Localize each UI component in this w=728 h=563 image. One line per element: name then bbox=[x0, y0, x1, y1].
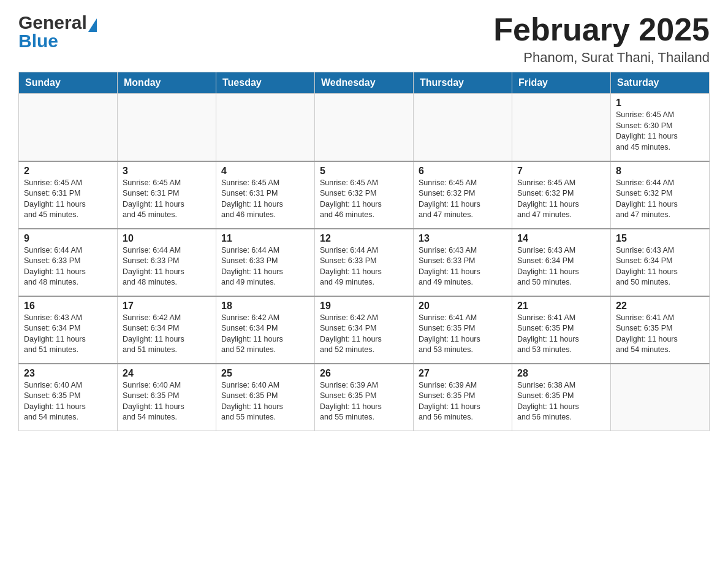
day-info: Sunrise: 6:38 AM Sunset: 6:35 PM Dayligh… bbox=[517, 380, 605, 423]
day-info: Sunrise: 6:45 AM Sunset: 6:32 PM Dayligh… bbox=[517, 178, 605, 221]
day-info: Sunrise: 6:44 AM Sunset: 6:33 PM Dayligh… bbox=[24, 245, 112, 288]
calendar-header-row: Sunday Monday Tuesday Wednesday Thursday… bbox=[19, 72, 710, 94]
calendar-cell: 8Sunrise: 6:44 AM Sunset: 6:32 PM Daylig… bbox=[611, 161, 710, 229]
calendar-cell: 24Sunrise: 6:40 AM Sunset: 6:35 PM Dayli… bbox=[118, 364, 216, 431]
day-number: 24 bbox=[123, 368, 211, 379]
calendar-cell: 27Sunrise: 6:39 AM Sunset: 6:35 PM Dayli… bbox=[414, 364, 512, 431]
day-info: Sunrise: 6:45 AM Sunset: 6:31 PM Dayligh… bbox=[123, 178, 211, 221]
logo-triangle-icon bbox=[88, 18, 97, 32]
day-info: Sunrise: 6:44 AM Sunset: 6:33 PM Dayligh… bbox=[320, 245, 408, 288]
calendar-cell: 4Sunrise: 6:45 AM Sunset: 6:31 PM Daylig… bbox=[216, 161, 315, 229]
calendar-cell: 19Sunrise: 6:42 AM Sunset: 6:34 PM Dayli… bbox=[315, 296, 414, 364]
day-number: 11 bbox=[221, 233, 309, 244]
day-number: 7 bbox=[517, 166, 605, 177]
calendar-cell: 6Sunrise: 6:45 AM Sunset: 6:32 PM Daylig… bbox=[414, 161, 512, 229]
day-number: 4 bbox=[221, 166, 309, 177]
col-friday: Friday bbox=[512, 72, 611, 94]
day-number: 22 bbox=[616, 301, 704, 312]
logo-general-text: General bbox=[18, 12, 87, 33]
day-info: Sunrise: 6:40 AM Sunset: 6:35 PM Dayligh… bbox=[123, 380, 211, 423]
logo: General Blue bbox=[18, 12, 97, 52]
day-info: Sunrise: 6:39 AM Sunset: 6:35 PM Dayligh… bbox=[320, 380, 408, 423]
day-info: Sunrise: 6:43 AM Sunset: 6:34 PM Dayligh… bbox=[616, 245, 704, 288]
col-tuesday: Tuesday bbox=[216, 72, 315, 94]
day-number: 5 bbox=[320, 166, 408, 177]
calendar-cell bbox=[118, 94, 216, 161]
calendar-cell: 17Sunrise: 6:42 AM Sunset: 6:34 PM Dayli… bbox=[118, 296, 216, 364]
title-block: February 2025 Phanom, Surat Thani, Thail… bbox=[493, 12, 710, 66]
day-info: Sunrise: 6:40 AM Sunset: 6:35 PM Dayligh… bbox=[24, 380, 112, 423]
calendar-cell: 28Sunrise: 6:38 AM Sunset: 6:35 PM Dayli… bbox=[512, 364, 611, 431]
col-wednesday: Wednesday bbox=[315, 72, 414, 94]
day-info: Sunrise: 6:41 AM Sunset: 6:35 PM Dayligh… bbox=[517, 313, 605, 356]
calendar-cell: 9Sunrise: 6:44 AM Sunset: 6:33 PM Daylig… bbox=[19, 229, 118, 296]
calendar-cell: 2Sunrise: 6:45 AM Sunset: 6:31 PM Daylig… bbox=[19, 161, 118, 229]
day-number: 19 bbox=[320, 301, 408, 312]
day-number: 20 bbox=[419, 301, 507, 312]
day-number: 25 bbox=[221, 368, 309, 379]
calendar-cell: 25Sunrise: 6:40 AM Sunset: 6:35 PM Dayli… bbox=[216, 364, 315, 431]
location-subtitle: Phanom, Surat Thani, Thailand bbox=[493, 50, 710, 66]
week-row-3: 9Sunrise: 6:44 AM Sunset: 6:33 PM Daylig… bbox=[19, 229, 710, 296]
calendar-cell: 3Sunrise: 6:45 AM Sunset: 6:31 PM Daylig… bbox=[118, 161, 216, 229]
day-number: 3 bbox=[123, 166, 211, 177]
page-header: General Blue February 2025 Phanom, Surat… bbox=[18, 12, 710, 66]
calendar-table: Sunday Monday Tuesday Wednesday Thursday… bbox=[18, 72, 710, 431]
calendar-cell: 15Sunrise: 6:43 AM Sunset: 6:34 PM Dayli… bbox=[611, 229, 710, 296]
day-number: 10 bbox=[123, 233, 211, 244]
day-info: Sunrise: 6:44 AM Sunset: 6:33 PM Dayligh… bbox=[123, 245, 211, 288]
day-info: Sunrise: 6:42 AM Sunset: 6:34 PM Dayligh… bbox=[221, 313, 309, 356]
calendar-cell: 23Sunrise: 6:40 AM Sunset: 6:35 PM Dayli… bbox=[19, 364, 118, 431]
calendar-cell: 20Sunrise: 6:41 AM Sunset: 6:35 PM Dayli… bbox=[414, 296, 512, 364]
calendar-cell: 10Sunrise: 6:44 AM Sunset: 6:33 PM Dayli… bbox=[118, 229, 216, 296]
calendar-cell: 22Sunrise: 6:41 AM Sunset: 6:35 PM Dayli… bbox=[611, 296, 710, 364]
day-info: Sunrise: 6:45 AM Sunset: 6:31 PM Dayligh… bbox=[24, 178, 112, 221]
day-info: Sunrise: 6:44 AM Sunset: 6:32 PM Dayligh… bbox=[616, 178, 704, 221]
day-info: Sunrise: 6:45 AM Sunset: 6:32 PM Dayligh… bbox=[419, 178, 507, 221]
day-number: 15 bbox=[616, 233, 704, 244]
week-row-5: 23Sunrise: 6:40 AM Sunset: 6:35 PM Dayli… bbox=[19, 364, 710, 431]
calendar-cell: 18Sunrise: 6:42 AM Sunset: 6:34 PM Dayli… bbox=[216, 296, 315, 364]
calendar-cell: 26Sunrise: 6:39 AM Sunset: 6:35 PM Dayli… bbox=[315, 364, 414, 431]
day-number: 27 bbox=[419, 368, 507, 379]
day-number: 18 bbox=[221, 301, 309, 312]
day-info: Sunrise: 6:41 AM Sunset: 6:35 PM Dayligh… bbox=[616, 313, 704, 356]
week-row-4: 16Sunrise: 6:43 AM Sunset: 6:34 PM Dayli… bbox=[19, 296, 710, 364]
day-number: 8 bbox=[616, 166, 704, 177]
day-number: 9 bbox=[24, 233, 112, 244]
calendar-cell: 16Sunrise: 6:43 AM Sunset: 6:34 PM Dayli… bbox=[19, 296, 118, 364]
calendar-cell: 5Sunrise: 6:45 AM Sunset: 6:32 PM Daylig… bbox=[315, 161, 414, 229]
calendar-cell bbox=[216, 94, 315, 161]
day-number: 26 bbox=[320, 368, 408, 379]
day-info: Sunrise: 6:45 AM Sunset: 6:31 PM Dayligh… bbox=[221, 178, 309, 221]
day-info: Sunrise: 6:41 AM Sunset: 6:35 PM Dayligh… bbox=[419, 313, 507, 356]
day-info: Sunrise: 6:45 AM Sunset: 6:32 PM Dayligh… bbox=[320, 178, 408, 221]
calendar-cell: 13Sunrise: 6:43 AM Sunset: 6:33 PM Dayli… bbox=[414, 229, 512, 296]
day-number: 12 bbox=[320, 233, 408, 244]
week-row-2: 2Sunrise: 6:45 AM Sunset: 6:31 PM Daylig… bbox=[19, 161, 710, 229]
day-number: 6 bbox=[419, 166, 507, 177]
col-thursday: Thursday bbox=[414, 72, 512, 94]
day-info: Sunrise: 6:43 AM Sunset: 6:34 PM Dayligh… bbox=[517, 245, 605, 288]
calendar-cell bbox=[315, 94, 414, 161]
day-number: 17 bbox=[123, 301, 211, 312]
calendar-cell bbox=[19, 94, 118, 161]
day-number: 13 bbox=[419, 233, 507, 244]
calendar-cell: 14Sunrise: 6:43 AM Sunset: 6:34 PM Dayli… bbox=[512, 229, 611, 296]
calendar-cell: 21Sunrise: 6:41 AM Sunset: 6:35 PM Dayli… bbox=[512, 296, 611, 364]
day-number: 2 bbox=[24, 166, 112, 177]
day-info: Sunrise: 6:45 AM Sunset: 6:30 PM Dayligh… bbox=[616, 110, 704, 153]
calendar-cell: 1Sunrise: 6:45 AM Sunset: 6:30 PM Daylig… bbox=[611, 94, 710, 161]
day-info: Sunrise: 6:42 AM Sunset: 6:34 PM Dayligh… bbox=[123, 313, 211, 356]
col-saturday: Saturday bbox=[611, 72, 710, 94]
calendar-cell bbox=[611, 364, 710, 431]
day-info: Sunrise: 6:44 AM Sunset: 6:33 PM Dayligh… bbox=[221, 245, 309, 288]
logo-blue-text: Blue bbox=[18, 31, 58, 52]
day-info: Sunrise: 6:42 AM Sunset: 6:34 PM Dayligh… bbox=[320, 313, 408, 356]
day-number: 28 bbox=[517, 368, 605, 379]
day-info: Sunrise: 6:43 AM Sunset: 6:34 PM Dayligh… bbox=[24, 313, 112, 356]
col-monday: Monday bbox=[118, 72, 216, 94]
day-number: 21 bbox=[517, 301, 605, 312]
day-info: Sunrise: 6:43 AM Sunset: 6:33 PM Dayligh… bbox=[419, 245, 507, 288]
calendar-cell bbox=[414, 94, 512, 161]
